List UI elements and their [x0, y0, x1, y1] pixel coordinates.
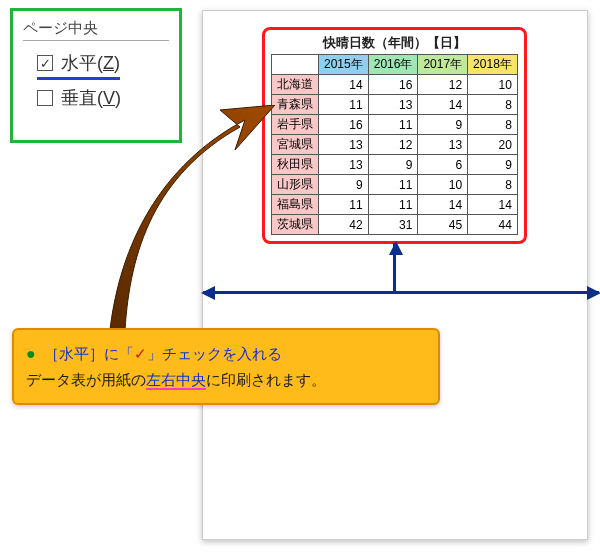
page-center-settings: ページ中央 ✓ 水平(Z) 垂直(V) — [10, 8, 182, 143]
table-cell: 9 — [368, 155, 418, 175]
data-table-frame: 快晴日数（年間）【日】 2015年 2016年 2017年 2018年 北海道1… — [262, 27, 527, 244]
explanation-callout: ● ［水平］に「✓」チェックを入れる データ表が用紙の左右中央に印刷されます。 — [12, 328, 440, 405]
checkbox-vertical[interactable]: 垂直(V) — [37, 86, 169, 110]
table-cell: 16 — [368, 75, 418, 95]
row-header: 山形県 — [272, 175, 319, 195]
table-cell: 10 — [418, 175, 468, 195]
row-header: 秋田県 — [272, 155, 319, 175]
table-cell: 13 — [368, 95, 418, 115]
table-row: 茨城県42314544 — [272, 215, 518, 235]
table-row: 福島県11111414 — [272, 195, 518, 215]
table-cell: 31 — [368, 215, 418, 235]
col-header: 2018年 — [468, 55, 518, 75]
table-cell: 42 — [319, 215, 369, 235]
row-header: 青森県 — [272, 95, 319, 115]
checkbox-empty-icon — [37, 90, 53, 106]
col-header: 2015年 — [319, 55, 369, 75]
table-cell: 20 — [468, 135, 518, 155]
row-header: 北海道 — [272, 75, 319, 95]
table-row: 山形県911108 — [272, 175, 518, 195]
table-cell: 12 — [368, 135, 418, 155]
table-row: 北海道14161210 — [272, 75, 518, 95]
table-cell: 11 — [319, 195, 369, 215]
table-cell: 11 — [319, 95, 369, 115]
table-cell: 16 — [319, 115, 369, 135]
data-table: 2015年 2016年 2017年 2018年 北海道14161210青森県11… — [271, 54, 518, 235]
horizontal-center-arrow-icon — [203, 291, 599, 294]
table-row: 秋田県13969 — [272, 155, 518, 175]
table-row: 宮城県13121320 — [272, 135, 518, 155]
callout-line-1: ● ［水平］に「✓」チェックを入れる — [26, 340, 426, 367]
table-cell: 8 — [468, 115, 518, 135]
table-cell: 9 — [468, 155, 518, 175]
table-cell: 13 — [418, 135, 468, 155]
table-cell: 12 — [418, 75, 468, 95]
callout-line-2: データ表が用紙の左右中央に印刷されます。 — [26, 367, 426, 393]
row-header: 岩手県 — [272, 115, 319, 135]
table-cell: 9 — [418, 115, 468, 135]
checkmark-icon: ✓ — [37, 55, 53, 71]
paper-preview: 快晴日数（年間）【日】 2015年 2016年 2017年 2018年 北海道1… — [202, 10, 588, 540]
settings-title: ページ中央 — [23, 19, 169, 41]
table-row: 青森県1113148 — [272, 95, 518, 115]
checkbox-vertical-label: 垂直(V) — [61, 86, 121, 110]
row-header: 宮城県 — [272, 135, 319, 155]
table-title: 快晴日数（年間）【日】 — [271, 34, 518, 52]
vertical-center-arrow-icon — [393, 243, 396, 293]
table-cell: 13 — [319, 135, 369, 155]
col-header: 2016年 — [368, 55, 418, 75]
table-cell: 10 — [468, 75, 518, 95]
table-cell: 11 — [368, 115, 418, 135]
row-header: 茨城県 — [272, 215, 319, 235]
table-cell: 14 — [418, 95, 468, 115]
table-cell: 11 — [368, 195, 418, 215]
table-cell: 6 — [418, 155, 468, 175]
table-corner — [272, 55, 319, 75]
row-header: 福島県 — [272, 195, 319, 215]
col-header: 2017年 — [418, 55, 468, 75]
table-cell: 13 — [319, 155, 369, 175]
table-cell: 14 — [418, 195, 468, 215]
checkbox-horizontal-label: 水平(Z) — [61, 51, 120, 75]
table-cell: 8 — [468, 95, 518, 115]
checkbox-horizontal[interactable]: ✓ 水平(Z) — [37, 51, 120, 80]
table-row: 岩手県161198 — [272, 115, 518, 135]
table-cell: 44 — [468, 215, 518, 235]
table-cell: 45 — [418, 215, 468, 235]
table-cell: 14 — [468, 195, 518, 215]
table-cell: 14 — [319, 75, 369, 95]
table-cell: 8 — [468, 175, 518, 195]
table-cell: 11 — [368, 175, 418, 195]
table-cell: 9 — [319, 175, 369, 195]
bullet-icon: ● — [26, 345, 36, 362]
